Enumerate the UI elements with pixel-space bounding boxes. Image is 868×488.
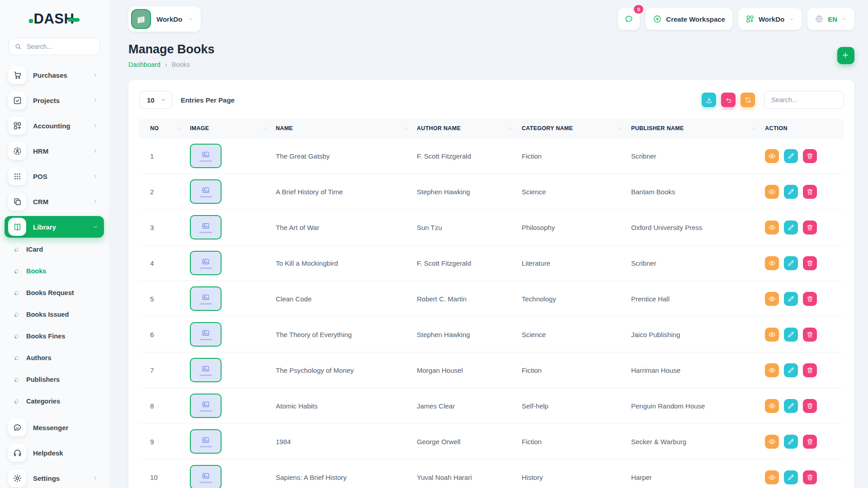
- cell-author: Yuval Noah Harari: [412, 460, 517, 488]
- edit-button[interactable]: [784, 470, 798, 484]
- sidebar-item-purchases[interactable]: Purchases: [5, 64, 104, 86]
- delete-button[interactable]: [803, 470, 817, 484]
- entries-per-page-select[interactable]: 10: [139, 91, 172, 109]
- delete-button[interactable]: [803, 328, 817, 342]
- sidebar-subitem-label: Books Request: [26, 289, 74, 296]
- cell-category: Science: [517, 174, 627, 210]
- sort-icon[interactable]: ↑↓: [618, 126, 622, 131]
- messenger-button[interactable]: 0: [618, 8, 640, 30]
- edit-button[interactable]: [784, 292, 798, 306]
- sidebar-item-helpdesk[interactable]: Helpdesk: [5, 442, 104, 464]
- eye-icon: [768, 152, 776, 160]
- book-image-placeholder[interactable]: [190, 322, 222, 347]
- book-image-placeholder[interactable]: [190, 215, 222, 239]
- language-button[interactable]: EN: [807, 8, 854, 30]
- table-row: 4 To Kill a Mockingbird F. Scott Fitzger…: [139, 245, 844, 281]
- eye-icon: [768, 188, 776, 196]
- book-image-placeholder[interactable]: [190, 286, 222, 311]
- view-button[interactable]: [765, 470, 779, 484]
- book-image-placeholder[interactable]: [190, 144, 222, 168]
- sidebar-subitem-books-request[interactable]: Books Request: [0, 282, 108, 304]
- sort-icon[interactable]: ↑↓: [177, 126, 181, 131]
- book-image-placeholder[interactable]: [190, 179, 222, 204]
- column-header-category-name[interactable]: CATEGORY NAME↑↓: [517, 119, 627, 138]
- sidebar-item-library[interactable]: Library: [5, 216, 104, 238]
- book-image-placeholder[interactable]: [190, 429, 222, 454]
- edit-button[interactable]: [784, 149, 798, 163]
- sidebar-item-pos[interactable]: POS: [5, 165, 104, 187]
- sidebar-item-settings[interactable]: Settings: [5, 467, 104, 488]
- sidebar-subitem-books-fines[interactable]: Books Fines: [0, 325, 108, 347]
- view-button[interactable]: [765, 435, 779, 449]
- view-button[interactable]: [765, 221, 779, 235]
- table-search-input[interactable]: [764, 91, 844, 109]
- export-button[interactable]: [702, 93, 716, 107]
- view-button[interactable]: [765, 292, 779, 306]
- delete-button[interactable]: [803, 363, 817, 377]
- edit-button[interactable]: [784, 435, 798, 449]
- column-header-image[interactable]: IMAGE↑↓: [185, 119, 271, 138]
- image-icon: [201, 400, 211, 408]
- back-button[interactable]: [721, 93, 736, 107]
- row-actions: [765, 435, 839, 449]
- bullet-icon: [14, 269, 19, 274]
- sidebar-item-hrm[interactable]: HRM: [5, 140, 104, 162]
- column-header-publisher-name[interactable]: PUBLISHER NAME↑↓: [627, 119, 760, 138]
- breadcrumb-current: Books: [172, 61, 190, 68]
- workspace-menu-button[interactable]: WorkDo: [738, 8, 802, 30]
- eye-icon: [768, 259, 776, 267]
- column-header-author-name[interactable]: AUTHOR NAME↑↓: [412, 119, 517, 138]
- delete-button[interactable]: [803, 185, 817, 199]
- view-button[interactable]: [765, 399, 779, 413]
- delete-button[interactable]: [803, 435, 817, 449]
- sidebar-subitem-books[interactable]: Books: [0, 260, 108, 282]
- sort-icon[interactable]: ↑↓: [404, 126, 408, 131]
- edit-button[interactable]: [784, 399, 798, 413]
- page-title: Manage Books: [128, 42, 215, 56]
- book-image-placeholder[interactable]: [190, 358, 222, 382]
- edit-button[interactable]: [784, 256, 798, 270]
- edit-button[interactable]: [784, 221, 798, 235]
- delete-button[interactable]: [803, 221, 817, 235]
- breadcrumb-dashboard-link[interactable]: Dashboard: [128, 61, 160, 68]
- add-book-button[interactable]: [837, 47, 854, 64]
- table-toolbar: 10 Entries Per Page: [139, 91, 844, 109]
- view-button[interactable]: [765, 328, 779, 342]
- delete-button[interactable]: [803, 149, 817, 163]
- sort-icon[interactable]: ↑↓: [509, 126, 513, 131]
- create-workspace-button[interactable]: Create Workspace: [646, 8, 732, 30]
- cell-name: A Brief History of Time: [271, 174, 412, 210]
- edit-button[interactable]: [784, 185, 798, 199]
- sidebar-item-label: CRM: [33, 198, 48, 206]
- sidebar-subitem-authors[interactable]: Authors: [0, 347, 108, 369]
- edit-button[interactable]: [784, 328, 798, 342]
- app-logo[interactable]: DASH: [0, 11, 108, 27]
- sidebar-item-projects[interactable]: Projects: [5, 89, 104, 111]
- delete-button[interactable]: [803, 256, 817, 270]
- book-image-placeholder[interactable]: [190, 394, 222, 418]
- delete-button[interactable]: [803, 292, 817, 306]
- book-image-placeholder[interactable]: [190, 465, 222, 488]
- refresh-button[interactable]: [741, 93, 755, 107]
- sidebar-item-messenger[interactable]: Messenger: [5, 417, 104, 438]
- sidebar-subitem-publishers[interactable]: Publishers: [0, 369, 108, 390]
- sidebar-item-crm[interactable]: CRM: [5, 191, 104, 212]
- view-button[interactable]: [765, 363, 779, 377]
- workspace-select[interactable]: WorkDo: [128, 6, 201, 32]
- sidebar-subitem-books-issued[interactable]: Books Issued: [0, 304, 108, 325]
- sidebar-subitem-icard[interactable]: ICard: [0, 239, 108, 260]
- edit-button[interactable]: [784, 363, 798, 377]
- column-header-no[interactable]: NO↑↓: [139, 119, 185, 138]
- sidebar-subitem-categories[interactable]: Categories: [0, 390, 108, 412]
- view-button[interactable]: [765, 185, 779, 199]
- view-button[interactable]: [765, 149, 779, 163]
- column-header-name[interactable]: NAME↑↓: [271, 119, 412, 138]
- sort-icon[interactable]: ↑↓: [263, 126, 267, 131]
- nav-icon-box: [8, 142, 26, 160]
- book-image-placeholder[interactable]: [190, 251, 222, 275]
- sort-icon[interactable]: ↑↓: [752, 126, 756, 131]
- sidebar-search-input[interactable]: [26, 42, 94, 51]
- view-button[interactable]: [765, 256, 779, 270]
- delete-button[interactable]: [803, 399, 817, 413]
- sidebar-item-accounting[interactable]: Accounting: [5, 115, 104, 136]
